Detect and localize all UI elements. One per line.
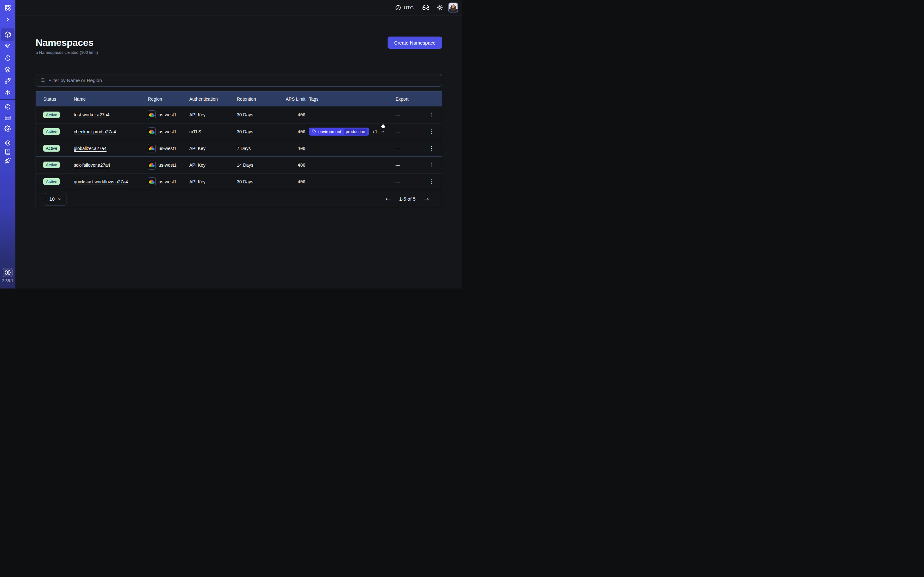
credits-badge-button[interactable]	[3, 268, 13, 277]
next-page-button[interactable]: →	[424, 196, 429, 202]
status-badge: Active	[43, 178, 60, 185]
table-row: Active sdk-failover.a27a4 us-west1 API K…	[36, 156, 442, 173]
tags-more-count: +1	[372, 129, 377, 134]
table-row: Active checkout-prod.a27a4 us-west1 mTLS…	[36, 123, 442, 140]
aps-limit-value: 400	[298, 112, 305, 117]
pagination-range-label: 1-5 of 5	[399, 196, 415, 201]
dollar-badge-icon	[5, 269, 11, 276]
temporal-logo-icon[interactable]	[3, 3, 12, 12]
filter-bar	[36, 74, 442, 87]
sun-icon	[436, 4, 443, 11]
sidebar-item-docs[interactable]	[5, 148, 11, 155]
table-row: Active quickstart-workflows.a27a4 us-wes…	[36, 173, 442, 190]
glasses-button[interactable]	[422, 3, 430, 11]
tag-icon	[312, 129, 316, 134]
tag-value: production	[344, 129, 368, 135]
region-label: us-west1	[158, 146, 176, 151]
app-version: 2.35.1	[0, 279, 15, 283]
sidebar-item-deployments[interactable]	[4, 66, 11, 73]
sidebar-item-support[interactable]	[5, 140, 11, 146]
region-label: us-west1	[158, 163, 176, 168]
sidebar-divider	[0, 99, 15, 100]
namespace-link[interactable]: test-worker.a27a4	[74, 112, 110, 117]
user-avatar[interactable]	[448, 3, 458, 13]
retention-label: 30 Days	[237, 129, 272, 134]
table-row: Active globalizer.a27a4 us-west1 API Key…	[36, 140, 442, 156]
export-value: —	[396, 129, 421, 134]
timezone-label: UTC	[404, 5, 414, 10]
sidebar-item-integrations[interactable]	[4, 89, 11, 96]
page-title: Namespaces	[36, 37, 442, 49]
retention-label: 7 Days	[237, 146, 272, 151]
col-header-aps-limit: APS Limit	[272, 97, 305, 102]
auth-label: mTLS	[189, 129, 237, 134]
sidebar-expand-chevron-icon[interactable]	[5, 17, 10, 22]
sidebar-item-settings[interactable]	[5, 125, 11, 132]
credit-card-icon	[5, 114, 11, 121]
filter-input[interactable]	[48, 77, 438, 83]
gcp-cloud-icon	[148, 127, 156, 136]
asterisk-icon	[4, 89, 11, 96]
gcp-cloud-icon	[148, 144, 156, 153]
create-namespace-button[interactable]: Create Namespace	[388, 37, 442, 49]
sidebar-item-getting-started[interactable]	[5, 157, 11, 164]
theme-toggle-button[interactable]	[436, 4, 443, 11]
insights-icon	[4, 42, 11, 49]
sidebar-item-insights[interactable]	[4, 42, 11, 49]
col-header-tags: Tags	[305, 97, 396, 102]
gear-icon	[5, 125, 11, 132]
sidebar-item-billing[interactable]	[5, 114, 11, 121]
row-menu-button[interactable]: ⋮	[427, 177, 436, 185]
col-header-region: Region	[148, 97, 189, 102]
sidebar-divider	[0, 136, 15, 136]
workflow-branch-icon	[4, 77, 11, 84]
col-header-export: Export	[396, 97, 421, 102]
glasses-icon	[422, 3, 430, 11]
row-menu-button[interactable]: ⋮	[427, 127, 436, 135]
col-header-retention: Retention	[237, 97, 272, 102]
aps-limit-value: 400	[298, 163, 305, 168]
retention-label: 14 Days	[237, 163, 272, 168]
app-window: 2.35.1 UTC Namespaces 5 Namespaces	[0, 0, 462, 288]
region-label: us-west1	[158, 112, 176, 117]
gauge-icon	[5, 103, 11, 110]
namespace-link[interactable]: sdk-failover.a27a4	[74, 163, 110, 168]
namespace-link[interactable]: quickstart-workflows.a27a4	[74, 179, 128, 184]
row-menu-button[interactable]: ⋮	[427, 111, 436, 119]
namespace-link[interactable]: globalizer.a27a4	[74, 146, 107, 151]
timezone-selector[interactable]: UTC	[395, 5, 414, 11]
col-header-name: Name	[74, 97, 148, 102]
export-value: —	[396, 163, 421, 168]
row-menu-button[interactable]: ⋮	[427, 161, 436, 169]
status-badge: Active	[43, 111, 60, 118]
aps-limit-value: 400	[298, 129, 305, 134]
page-size-select[interactable]: 10	[45, 193, 66, 205]
status-badge: Active	[43, 128, 60, 135]
clock-icon	[395, 5, 401, 11]
auth-label: API Key	[189, 163, 237, 168]
aps-limit-value: 400	[298, 179, 305, 184]
sidebar-item-schedules[interactable]	[4, 55, 11, 61]
row-menu-button[interactable]: ⋮	[427, 144, 436, 152]
namespaces-table: Status Name Region Authentication Retent…	[36, 91, 442, 208]
region-label: us-west1	[158, 129, 176, 134]
gcp-cloud-icon	[148, 177, 156, 186]
sidebar-item-nexus[interactable]	[4, 77, 11, 84]
status-badge: Active	[43, 161, 60, 168]
prev-page-button[interactable]: ←	[386, 196, 391, 202]
export-value: —	[396, 179, 421, 184]
timer-icon	[4, 55, 11, 61]
rocket-icon	[5, 157, 11, 164]
book-sparkle-icon	[5, 148, 11, 155]
tag-key: environment	[318, 129, 341, 134]
sidebar-item-namespaces[interactable]	[1, 28, 15, 41]
table-pagination: 10 ← 1-5 of 5 →	[36, 190, 442, 208]
status-badge: Active	[43, 145, 60, 152]
namespace-link[interactable]: checkout-prod.a27a4	[74, 129, 116, 134]
search-icon	[40, 77, 45, 83]
tags-expand-chevron-icon[interactable]	[381, 129, 385, 134]
sidebar-item-usage[interactable]	[5, 103, 11, 110]
tag-chip: environment production	[309, 127, 369, 135]
aps-limit-value: 400	[298, 146, 305, 151]
retention-label: 30 Days	[237, 112, 272, 117]
